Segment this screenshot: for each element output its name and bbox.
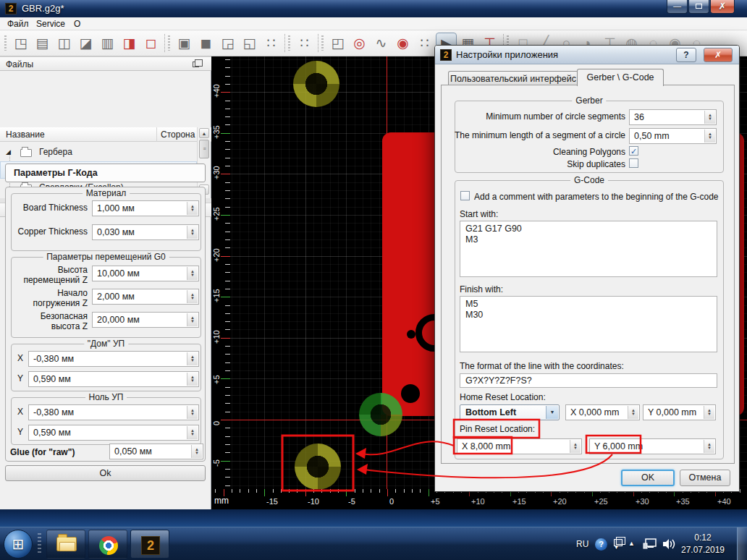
- toolbar-button-save-all[interactable]: ▥: [97, 33, 118, 54]
- dialog-cancel-button[interactable]: Отмена: [680, 470, 730, 486]
- network-tray-icon[interactable]: [643, 538, 659, 551]
- skip-duplicates-checkbox[interactable]: [629, 158, 638, 168]
- zero-x-field[interactable]: -0,380 мм ▲▼: [28, 404, 199, 420]
- spinner[interactable]: ▲▼: [187, 352, 198, 365]
- ruler-tick: [225, 469, 230, 470]
- dialog-titlebar[interactable]: 2 Настройки приложения ? ✗: [435, 46, 739, 64]
- toolbar-button-zoom-out[interactable]: ◲: [217, 33, 238, 54]
- spinner[interactable]: ▲▼: [191, 445, 202, 458]
- taskbar-g2g-button[interactable]: 2: [130, 530, 169, 559]
- start-with-textarea[interactable]: G21 G17 G90 M3: [460, 221, 717, 277]
- clock[interactable]: 0:12 27.07.2019: [679, 533, 727, 555]
- home-x-field[interactable]: X 0,000 mm ▲▼: [565, 404, 640, 420]
- minimize-button[interactable]: —: [667, 0, 688, 14]
- spinner[interactable]: ▲▼: [187, 373, 198, 386]
- dialog-help-button[interactable]: ?: [676, 48, 696, 62]
- glue-field[interactable]: 0,050 мм ▲▼: [109, 444, 203, 459]
- circle-segments-field[interactable]: 36 ▲▼: [629, 109, 717, 125]
- toolbar-button-open-file[interactable]: ▤: [32, 33, 53, 54]
- toolbar-button-drill-points[interactable]: ∷: [414, 33, 435, 54]
- cleaning-polygons-checkbox[interactable]: ✓: [629, 146, 638, 156]
- column-name[interactable]: Название: [6, 130, 45, 140]
- float-panel-icon[interactable]: [193, 61, 199, 67]
- toolbar-button-drill-tool[interactable]: ◉: [392, 33, 413, 54]
- menu-service[interactable]: Service: [32, 18, 69, 30]
- spinner[interactable]: ▲▼: [187, 267, 198, 280]
- taskbar-chrome-button[interactable]: [88, 530, 127, 559]
- help-tray-icon[interactable]: ?: [595, 538, 607, 551]
- coordinate-format-input[interactable]: G?X?Y?Z?F?S?: [460, 373, 717, 388]
- tab-gerber-gcode[interactable]: Gerber \ G-Code: [577, 69, 664, 86]
- toolbar-button-new-file[interactable]: ◳: [10, 33, 31, 54]
- show-desktop-button[interactable]: [737, 527, 747, 560]
- files-scrollbar[interactable]: ▲ ≡ ▼: [197, 127, 211, 195]
- toolbar-button-spiral-milling[interactable]: ◎: [349, 33, 370, 54]
- g2g-app-icon: 2: [141, 536, 160, 555]
- maximize-button[interactable]: [688, 0, 709, 14]
- tab-user-interface[interactable]: Пользовательский интерфейс: [448, 71, 578, 86]
- column-side[interactable]: Сторона: [161, 130, 195, 140]
- spinner[interactable]: ▲▼: [187, 202, 198, 215]
- copper-thickness-field[interactable]: 0,030 мм ▲▼: [92, 224, 199, 240]
- spinner[interactable]: ▲▼: [704, 440, 714, 453]
- tree-label[interactable]: Гербера: [39, 147, 72, 157]
- home-reset-combobox[interactable]: Bottom Left ▼: [460, 404, 560, 420]
- z-safe-height-field[interactable]: 20,000 мм ▲▼: [92, 312, 199, 328]
- spinner[interactable]: ▲▼: [187, 406, 198, 419]
- ok-button-panel[interactable]: Ok: [5, 465, 206, 481]
- segment-length-field[interactable]: 0,50 mm ▲▼: [629, 128, 717, 144]
- scroll-thumb[interactable]: ≡: [199, 140, 209, 158]
- spinner[interactable]: ▲▼: [704, 130, 715, 143]
- home-y-field[interactable]: Y 0,000 mm ▲▼: [643, 404, 716, 420]
- menu-file[interactable]: Файл: [3, 18, 33, 30]
- board-thickness-field[interactable]: 1,000 мм ▲▼: [92, 200, 199, 216]
- spinner[interactable]: ▲▼: [187, 226, 198, 239]
- spinner[interactable]: ▲▼: [187, 290, 198, 303]
- spinner[interactable]: ▲▼: [187, 426, 198, 439]
- home-x-field[interactable]: -0,380 мм ▲▼: [28, 351, 199, 367]
- toolbar-button-zoom-fit[interactable]: ▣: [174, 33, 195, 54]
- desktop: [0, 509, 747, 527]
- gcode-params-header-button[interactable]: Параметры Г-Кода: [5, 164, 206, 182]
- show-hidden-icons[interactable]: ▲: [628, 540, 635, 547]
- tree-row-gerbers[interactable]: ◢ Гербера: [0, 143, 197, 161]
- taskbar-explorer-button[interactable]: [46, 530, 85, 559]
- z-plunge-start-field[interactable]: 2,000 мм ▲▼: [92, 289, 199, 305]
- ruler-tick: [264, 489, 265, 496]
- home-y-field[interactable]: 0,590 мм ▲▼: [28, 371, 199, 387]
- toolbar-button-zoom-in[interactable]: ◱: [239, 33, 260, 54]
- drill-hole: [401, 384, 420, 403]
- expander-icon[interactable]: ◢: [6, 148, 11, 156]
- dialog-ok-button[interactable]: OK: [621, 470, 675, 486]
- spinner[interactable]: ▲▼: [704, 406, 714, 419]
- finish-with-textarea[interactable]: M5 M30: [460, 296, 717, 352]
- dialog-close-button[interactable]: ✗: [704, 48, 733, 62]
- scroll-up-icon[interactable]: ▲: [199, 128, 209, 138]
- toolbar-button-snap-grid[interactable]: ∷: [261, 33, 282, 54]
- zero-y-field[interactable]: 0,590 мм ▲▼: [28, 425, 199, 441]
- toolbar-button-grid-view[interactable]: ∷: [294, 33, 315, 54]
- pin-x-field[interactable]: X 8,000 mm ▲▼: [457, 438, 582, 454]
- toolbar-button-import-file[interactable]: ◨: [119, 33, 140, 54]
- spinner[interactable]: ▲▼: [187, 313, 198, 326]
- add-comment-checkbox[interactable]: [460, 191, 470, 200]
- toolbar-button-zoom-selection[interactable]: ◼: [195, 33, 216, 54]
- start-button[interactable]: ⊞: [4, 530, 33, 559]
- z-travel-field[interactable]: 10,000 мм ▲▼: [92, 266, 199, 281]
- toolbar-button-tool-path[interactable]: ∿: [371, 33, 392, 54]
- language-indicator[interactable]: RU: [576, 539, 588, 549]
- ruler-tick: [330, 489, 331, 493]
- segment-length-label: The minimum length of a segment of a cir…: [450, 130, 625, 140]
- spinner[interactable]: ▲▼: [628, 406, 638, 419]
- spinner[interactable]: ▲▼: [704, 111, 715, 124]
- toolbar-button-board-outline[interactable]: ◰: [327, 33, 348, 54]
- toolbar-button-save-file-as[interactable]: ◪: [75, 33, 96, 54]
- toolbar-button-save-file[interactable]: ◫: [54, 33, 75, 54]
- menu-about[interactable]: О: [69, 18, 85, 30]
- toolbar-button-close-file[interactable]: ◻: [140, 33, 161, 54]
- toolbar-grip: [321, 35, 324, 51]
- close-button[interactable]: ✗: [710, 0, 735, 14]
- spinner[interactable]: ▲▼: [570, 440, 581, 453]
- speaker-tray-icon[interactable]: [662, 538, 678, 551]
- pin-y-field[interactable]: Y 6,000 mm ▲▼: [589, 438, 716, 454]
